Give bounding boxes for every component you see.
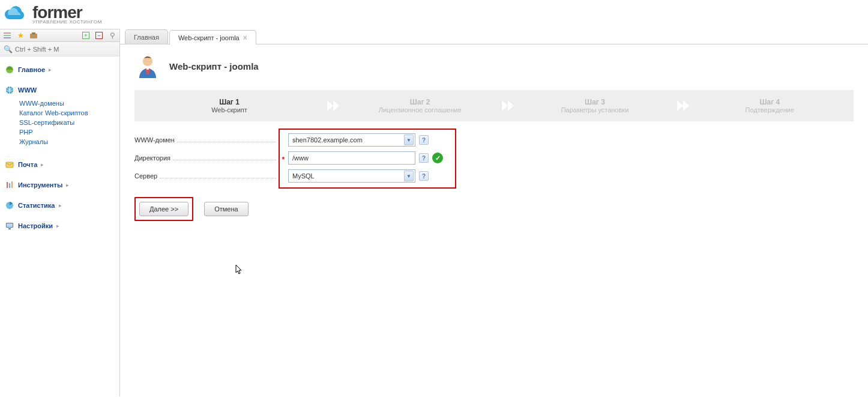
- chevron-right-icon: ▸: [66, 182, 69, 188]
- chevron-right-icon: ▸: [41, 162, 44, 168]
- step-subtitle: Подтверждение: [691, 106, 849, 114]
- tab-home[interactable]: Главная: [125, 29, 168, 44]
- step-2: Шаг 2 Лицензионное соглашение: [341, 98, 499, 114]
- arrow-icon: [324, 97, 341, 114]
- svg-rect-0: [4, 32, 11, 34]
- form-row-server: Сервер MySQL ▼ ?: [134, 167, 854, 185]
- step-title: Шаг 3: [516, 98, 674, 106]
- page-header: Web-скрипт - joomla: [134, 53, 854, 79]
- brand-tagline: УПРАВЛЕНИЕ ХОСТИНГОМ: [32, 20, 102, 25]
- svg-rect-10: [11, 181, 13, 188]
- help-icon[interactable]: ?: [419, 153, 429, 163]
- step-title: Шаг 4: [691, 98, 849, 106]
- arrow-icon: [674, 97, 691, 114]
- sidebar-item-label: Инструменты: [18, 181, 62, 189]
- home-icon: [5, 65, 14, 74]
- brand-name: former: [32, 4, 102, 21]
- help-icon[interactable]: ?: [419, 135, 429, 145]
- sidebar-item-label: Статистика: [18, 202, 55, 209]
- button-row: Далее >> Отмена: [134, 197, 854, 221]
- dropdown-icon[interactable]: ▼: [404, 171, 414, 181]
- svg-rect-13: [7, 223, 13, 227]
- briefcase-icon[interactable]: [29, 31, 38, 40]
- step-title: Шаг 1: [134, 98, 324, 106]
- server-value: MySQL: [292, 172, 404, 180]
- sidebar-item-main[interactable]: Главное ▸: [5, 62, 117, 77]
- valid-icon: ✓: [432, 153, 443, 163]
- page-title: Web-скрипт - joomla: [169, 61, 259, 71]
- sidebar-item-tools[interactable]: Инструменты ▸: [5, 178, 117, 192]
- directory-input[interactable]: /www: [288, 151, 415, 165]
- step-subtitle: Лицензионное соглашение: [341, 106, 499, 114]
- svg-point-15: [143, 56, 152, 66]
- tab-webscript[interactable]: Web-скрипт - joomla ×: [169, 30, 256, 44]
- close-icon[interactable]: ×: [243, 34, 247, 42]
- svg-rect-14: [8, 228, 11, 229]
- chevron-right-icon: ▸: [56, 223, 59, 229]
- sidebar-nav: Главное ▸ WWW WWW-домены Каталог Web-скр…: [0, 56, 119, 241]
- mail-icon: [5, 160, 14, 169]
- sidebar-item-label: Главное: [18, 66, 45, 73]
- search-icon: 🔍: [4, 45, 13, 53]
- domain-select[interactable]: shen7802.example.com ▼: [288, 133, 415, 147]
- required-icon: *: [282, 156, 285, 163]
- svg-rect-2: [4, 37, 11, 38]
- svg-rect-16: [146, 67, 149, 70]
- sidebar-search[interactable]: 🔍: [0, 42, 119, 56]
- sidebar-sub-ssl[interactable]: SSL-сертификаты: [19, 118, 117, 127]
- logo-text: former УПРАВЛЕНИЕ ХОСТИНГОМ: [32, 4, 102, 25]
- star-icon[interactable]: ★: [16, 31, 25, 40]
- collapse-all-icon[interactable]: −: [94, 31, 104, 40]
- tab-label: Главная: [134, 34, 159, 41]
- directory-value: /www: [292, 154, 309, 162]
- form-row-directory: Директория* /www ? ✓: [134, 149, 854, 167]
- cancel-button[interactable]: Отмена: [204, 202, 248, 216]
- sidebar-item-www[interactable]: WWW: [5, 83, 117, 97]
- highlight-box: Далее >>: [134, 197, 193, 221]
- arrow-icon: [499, 97, 516, 114]
- sidebar-toolbar: ★ + − ⚲: [0, 29, 119, 42]
- logo-cloud-icon: [1, 4, 29, 25]
- expand-all-icon[interactable]: +: [81, 31, 91, 40]
- sidebar-item-mail[interactable]: Почта ▸: [5, 157, 117, 172]
- sidebar-sub-logs[interactable]: Журналы: [19, 137, 117, 147]
- globe-icon: [5, 85, 14, 95]
- chevron-right-icon: ▸: [49, 67, 52, 73]
- monitor-icon: [5, 221, 14, 231]
- form-row-domain: WWW-домен shen7802.example.com ▼ ?: [134, 131, 854, 149]
- pin-icon[interactable]: ⚲: [107, 31, 117, 40]
- server-label: Сервер: [134, 172, 157, 180]
- svg-rect-1: [4, 35, 11, 36]
- svg-rect-8: [7, 182, 8, 188]
- search-input[interactable]: [15, 46, 116, 53]
- wizard-steps: Шаг 1 Web-скрипт Шаг 2 Лицензионное согл…: [134, 90, 854, 121]
- svg-rect-4: [32, 32, 35, 34]
- content: Web-скрипт - joomla Шаг 1 Web-скрипт Шаг…: [120, 44, 868, 229]
- step-1: Шаг 1 Web-скрипт: [134, 98, 324, 114]
- step-title: Шаг 2: [341, 98, 499, 106]
- app-header: former УПРАВЛЕНИЕ ХОСТИНГОМ: [0, 0, 868, 29]
- sidebar-sub-web-scripts[interactable]: Каталог Web-скриптов: [19, 108, 117, 118]
- sidebar-www-sub: WWW-домены Каталог Web-скриптов SSL-серт…: [5, 97, 117, 151]
- tab-bar: Главная Web-скрипт - joomla ×: [120, 29, 868, 44]
- list-icon[interactable]: [2, 31, 12, 40]
- sidebar-item-settings[interactable]: Настройки ▸: [5, 219, 117, 233]
- sidebar-item-label: Почта: [18, 161, 37, 168]
- tab-label: Web-скрипт - joomla: [178, 34, 240, 41]
- sidebar-item-label: Настройки: [18, 222, 53, 229]
- sidebar-sub-php[interactable]: PHP: [19, 127, 117, 137]
- next-button[interactable]: Далее >>: [139, 202, 188, 216]
- svg-rect-9: [9, 183, 10, 188]
- server-select[interactable]: MySQL ▼: [288, 169, 415, 183]
- directory-label: Директория: [134, 154, 170, 162]
- domain-label: WWW-домен: [134, 136, 175, 144]
- dropdown-icon[interactable]: ▼: [404, 135, 414, 145]
- sidebar-sub-www-domains[interactable]: WWW-домены: [19, 98, 117, 108]
- help-icon[interactable]: ?: [419, 171, 429, 181]
- sidebar: ★ + − ⚲ 🔍 Главное ▸: [0, 29, 120, 396]
- main-panel: Главная Web-скрипт - joomla × Web-скрипт…: [120, 29, 868, 396]
- step-subtitle: Web-скрипт: [134, 106, 324, 114]
- chevron-right-icon: ▸: [59, 202, 62, 208]
- avatar-icon: [134, 53, 161, 79]
- sidebar-item-stats[interactable]: Статистика ▸: [5, 198, 117, 213]
